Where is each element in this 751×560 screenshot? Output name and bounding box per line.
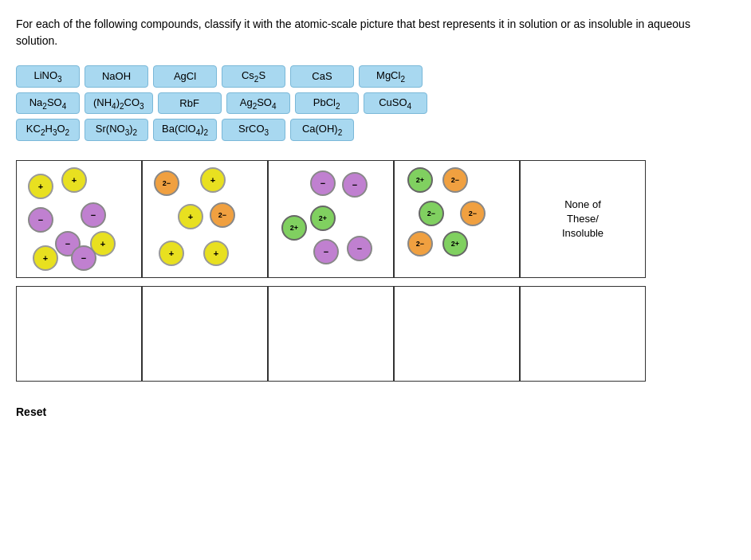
ion-4-4: 2− bbox=[419, 201, 444, 226]
ion-1-1: + bbox=[28, 174, 53, 199]
compound-NH42CO3[interactable]: (NH4)2CO3 bbox=[85, 92, 153, 115]
compound-MgCl2[interactable]: MgCl2 bbox=[359, 65, 423, 88]
ion-2-3: + bbox=[178, 204, 203, 229]
picture-box-4[interactable]: 2+ 2− 2− 2− 2+ 2− bbox=[394, 160, 520, 278]
compounds-grid: LiNO3 NaOH AgCl Cs2S CaS MgCl2 Na2SO4 (N… bbox=[16, 65, 735, 141]
answer-box-5[interactable] bbox=[520, 286, 646, 382]
ion-2-5: + bbox=[159, 241, 184, 266]
ion-1-8: − bbox=[71, 245, 96, 271]
compound-CaS[interactable]: CaS bbox=[290, 65, 354, 88]
compound-RbF[interactable]: RbF bbox=[158, 92, 222, 115]
compound-SrNO32[interactable]: Sr(NO3)2 bbox=[85, 119, 148, 141]
ion-2-1: 2− bbox=[154, 170, 179, 196]
ion-2-6: + bbox=[203, 241, 229, 266]
ion-3-6: − bbox=[347, 236, 372, 261]
instructions-text: For each of the following compounds, cla… bbox=[16, 16, 718, 49]
ion-3-2: − bbox=[342, 172, 368, 198]
reset-button[interactable]: Reset bbox=[16, 405, 46, 418]
compounds-row-3: KC2H3O2 Sr(NO3)2 Ba(ClO4)2 SrCO3 Ca(OH)2 bbox=[16, 119, 735, 141]
compound-SrCO3[interactable]: SrCO3 bbox=[222, 119, 285, 141]
ion-4-1: 2+ bbox=[407, 167, 433, 193]
compound-LiNO3[interactable]: LiNO3 bbox=[16, 65, 80, 88]
answer-box-3[interactable] bbox=[268, 286, 394, 382]
answer-box-2[interactable] bbox=[142, 286, 268, 382]
ion-3-4: 2+ bbox=[281, 215, 307, 241]
ion-3-3: 2+ bbox=[310, 206, 336, 231]
ion-4-2: 2− bbox=[442, 167, 468, 193]
compound-CaOH2[interactable]: Ca(OH)2 bbox=[290, 119, 354, 141]
ion-4-3: 2− bbox=[460, 201, 486, 226]
ion-2-2: + bbox=[200, 167, 226, 193]
picture-box-3[interactable]: − − 2+ 2+ − − bbox=[268, 160, 394, 278]
ion-4-6: 2− bbox=[407, 231, 433, 257]
picture-box-1[interactable]: + + − − − + + − bbox=[16, 160, 142, 278]
compound-Cs2S[interactable]: Cs2S bbox=[222, 65, 285, 88]
pictures-section: + + − − − + + − 2− + + 2− + + − − 2+ 2+ … bbox=[16, 160, 735, 382]
ion-3-1: − bbox=[310, 170, 336, 196]
ion-1-2: + bbox=[61, 167, 87, 193]
picture-box-5-none[interactable]: None of These/ Insoluble bbox=[520, 160, 646, 278]
ion-1-7: + bbox=[33, 245, 58, 271]
ion-1-4: − bbox=[81, 202, 106, 228]
ion-3-5: − bbox=[313, 239, 339, 264]
compound-KC2H3O2[interactable]: KC2H3O2 bbox=[16, 119, 80, 141]
compound-Na2SO4[interactable]: Na2SO4 bbox=[16, 92, 80, 115]
ion-1-3: − bbox=[28, 207, 53, 233]
none-label: None of These/ Insoluble bbox=[562, 198, 604, 241]
compound-CuSO4[interactable]: CuSO4 bbox=[364, 92, 427, 115]
compounds-row-1: LiNO3 NaOH AgCl Cs2S CaS MgCl2 bbox=[16, 65, 735, 88]
compounds-row-2: Na2SO4 (NH4)2CO3 RbF Ag2SO4 PbCl2 CuSO4 bbox=[16, 92, 735, 115]
ion-2-4: 2− bbox=[210, 202, 235, 228]
answer-box-1[interactable] bbox=[16, 286, 142, 382]
compound-Ag2SO4[interactable]: Ag2SO4 bbox=[226, 92, 290, 115]
compound-NaOH[interactable]: NaOH bbox=[85, 65, 148, 88]
picture-options-row: + + − − − + + − 2− + + 2− + + − − 2+ 2+ … bbox=[16, 160, 735, 278]
compound-PbCl2[interactable]: PbCl2 bbox=[295, 92, 359, 115]
picture-box-2[interactable]: 2− + + 2− + + bbox=[142, 160, 268, 278]
compound-AgCl[interactable]: AgCl bbox=[153, 65, 217, 88]
answer-box-4[interactable] bbox=[394, 286, 520, 382]
compound-BaClO42[interactable]: Ba(ClO4)2 bbox=[153, 119, 217, 141]
ion-4-5: 2+ bbox=[442, 231, 468, 257]
answer-boxes-row bbox=[16, 286, 735, 382]
